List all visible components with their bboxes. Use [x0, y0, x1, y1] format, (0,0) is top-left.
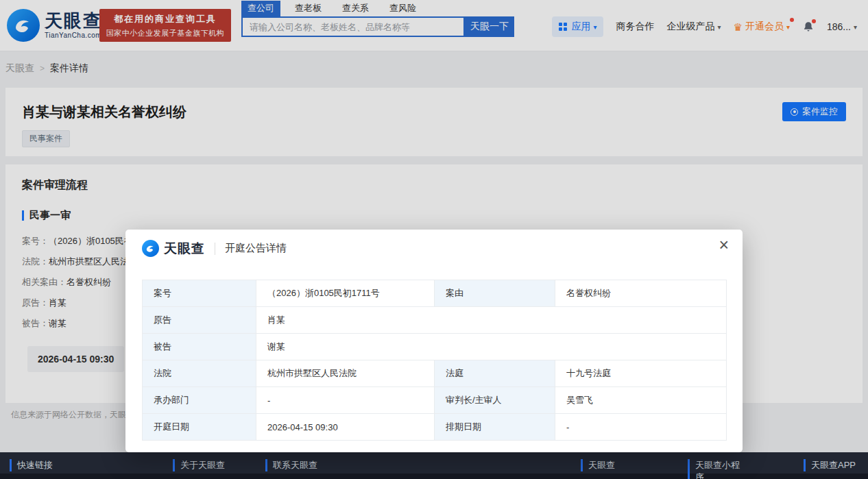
cell-value: 肖某	[256, 307, 727, 334]
modal-brand: 天眼查	[164, 240, 205, 258]
cell-value: 十九号法庭	[555, 360, 727, 387]
modal-title: 开庭公告详情	[225, 242, 287, 255]
cell-label: 原告	[143, 307, 256, 334]
table-row: 承办部门 - 审判长/主审人 吴雪飞	[143, 387, 727, 414]
cell-value: （2026）浙0105民初1711号	[256, 280, 435, 307]
cell-label: 案由	[435, 280, 555, 307]
table-row: 被告 谢某	[143, 334, 727, 360]
cell-label: 开庭日期	[143, 414, 256, 441]
tianyancha-logo-icon	[142, 240, 159, 257]
cell-value: 名誉权纠纷	[555, 280, 727, 307]
table-row: 法院 杭州市拱墅区人民法院 法庭 十九号法庭	[143, 360, 727, 387]
cell-value: 杭州市拱墅区人民法院	[256, 360, 435, 387]
cell-value: 谢某	[256, 334, 727, 360]
cell-value: 吴雪飞	[555, 387, 727, 414]
cell-value: -	[256, 387, 435, 414]
table-row: 原告 肖某	[143, 307, 727, 334]
cell-label: 审判长/主审人	[435, 387, 555, 414]
close-icon[interactable]: ×	[719, 236, 729, 254]
cell-label: 排期日期	[435, 414, 555, 441]
divider	[215, 243, 215, 255]
cell-value: 2026-04-15 09:30	[256, 414, 435, 441]
table-row: 开庭日期 2026-04-15 09:30 排期日期 -	[143, 414, 727, 441]
cell-label: 法院	[143, 360, 256, 387]
hearing-detail-modal: 天眼查 开庭公告详情 × 案号 （2026）浙0105民初1711号 案由 名誉…	[125, 230, 743, 452]
modal-header: 天眼查 开庭公告详情 ×	[125, 230, 743, 267]
hearing-detail-table: 案号 （2026）浙0105民初1711号 案由 名誉权纠纷 原告 肖某 被告 …	[142, 280, 727, 441]
cell-label: 法庭	[435, 360, 555, 387]
cell-label: 案号	[143, 280, 256, 307]
cell-value: -	[555, 414, 727, 441]
table-row: 案号 （2026）浙0105民初1711号 案由 名誉权纠纷	[143, 280, 727, 307]
cell-label: 被告	[143, 334, 256, 360]
cell-label: 承办部门	[143, 387, 256, 414]
